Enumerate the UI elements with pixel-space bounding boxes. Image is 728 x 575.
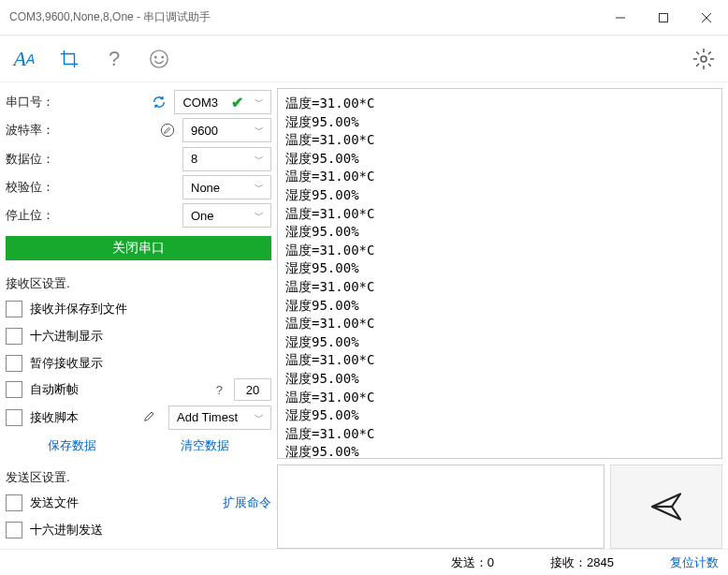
close-port-button[interactable]: 关闭串口	[6, 236, 271, 260]
chevron-down-icon: ﹀	[248, 411, 270, 424]
script-edit-icon[interactable]	[142, 408, 161, 426]
edit-icon[interactable]	[156, 123, 179, 138]
port-select[interactable]: COM3 ✔ ﹀	[174, 90, 271, 114]
check-icon: ✔	[226, 94, 248, 111]
baud-label: 波特率：	[6, 122, 62, 139]
close-button[interactable]	[685, 0, 728, 36]
minimize-button[interactable]	[599, 0, 642, 36]
svg-rect-1	[660, 13, 668, 22]
help-icon[interactable]: ?	[101, 46, 127, 72]
recv-script-select[interactable]: Add Timest ﹀	[168, 405, 271, 430]
window-title: COM3,9600,None,8,One - 串口调试助手	[9, 9, 599, 25]
chevron-down-icon: ﹀	[248, 96, 270, 109]
databits-select[interactable]: 8 ﹀	[182, 147, 271, 171]
chk-save-file-label: 接收并保存到文件	[30, 301, 127, 317]
svg-point-5	[155, 56, 156, 57]
chk-hex-send-label: 十六进制发送	[30, 522, 103, 538]
right-panel: 温度=31.00*C 湿度95.00% 温度=31.00*C 湿度95.00% …	[277, 82, 728, 549]
send-section-label: 发送区设置.	[6, 465, 271, 488]
databits-label: 数据位：	[6, 151, 62, 168]
smile-icon[interactable]	[146, 46, 172, 72]
chevron-down-icon: ﹀	[248, 181, 270, 194]
chk-auto-frame[interactable]	[6, 381, 22, 398]
chk-recv-script[interactable]	[6, 409, 22, 426]
svg-point-7	[701, 56, 706, 62]
chk-pause-recv-label: 暂停接收显示	[30, 355, 103, 372]
maximize-button[interactable]	[642, 0, 685, 36]
ext-cmd-link[interactable]: 扩展命令	[223, 494, 271, 511]
port-label: 串口号：	[6, 94, 62, 111]
svg-point-6	[162, 56, 163, 57]
recv-textarea[interactable]: 温度=31.00*C 湿度95.00% 温度=31.00*C 湿度95.00% …	[277, 88, 722, 459]
chevron-down-icon: ﹀	[248, 124, 270, 137]
reset-counter-link[interactable]: 复位计数	[670, 554, 719, 571]
chk-send-file-label: 发送文件	[30, 494, 79, 511]
sent-label: 发送：	[451, 555, 488, 569]
titlebar: COM3,9600,None,8,One - 串口调试助手	[0, 0, 728, 36]
clear-data-link[interactable]: 清空数据	[181, 437, 229, 454]
svg-point-4	[151, 50, 167, 66]
auto-frame-input[interactable]	[234, 378, 271, 401]
svg-point-8	[161, 125, 173, 137]
parity-select[interactable]: None ﹀	[182, 175, 271, 199]
stopbits-select[interactable]: One ﹀	[182, 203, 271, 228]
save-data-link[interactable]: 保存数据	[48, 437, 96, 454]
chk-recv-script-label: 接收脚本	[30, 409, 79, 426]
recv-label: 接收：	[550, 555, 587, 569]
send-textarea[interactable]	[277, 464, 604, 549]
send-button[interactable]	[610, 464, 722, 549]
chk-save-file[interactable]	[6, 301, 22, 317]
chk-hex-send[interactable]	[6, 522, 22, 538]
statusbar: 发送：0 接收：2845 复位计数	[0, 549, 728, 575]
left-panel: 串口号： COM3 ✔ ﹀ 波特率： 9600 ﹀ 数据位： 8	[0, 82, 277, 549]
chk-auto-frame-label: 自动断帧	[30, 381, 79, 398]
font-icon[interactable]: AA	[11, 46, 37, 72]
toolbar: AA ?	[0, 36, 728, 82]
chevron-down-icon: ﹀	[248, 209, 270, 222]
chk-send-file[interactable]	[6, 494, 22, 511]
stopbits-label: 停止位：	[6, 207, 62, 224]
auto-frame-help[interactable]: ?	[216, 383, 223, 397]
chk-hex-display-label: 十六进制显示	[30, 328, 103, 345]
baud-select[interactable]: 9600 ﹀	[182, 118, 271, 142]
send-icon	[649, 490, 683, 523]
chk-hex-display[interactable]	[6, 328, 22, 345]
parity-label: 校验位：	[6, 179, 62, 196]
recv-section-label: 接收区设置.	[6, 272, 271, 294]
chevron-down-icon: ﹀	[248, 153, 270, 166]
sent-value: 0	[488, 555, 494, 569]
recv-value: 2845	[587, 555, 614, 569]
refresh-icon[interactable]	[148, 95, 170, 110]
chk-pause-recv[interactable]	[6, 355, 22, 372]
crop-icon[interactable]	[56, 46, 82, 72]
gear-icon[interactable]	[691, 46, 717, 72]
